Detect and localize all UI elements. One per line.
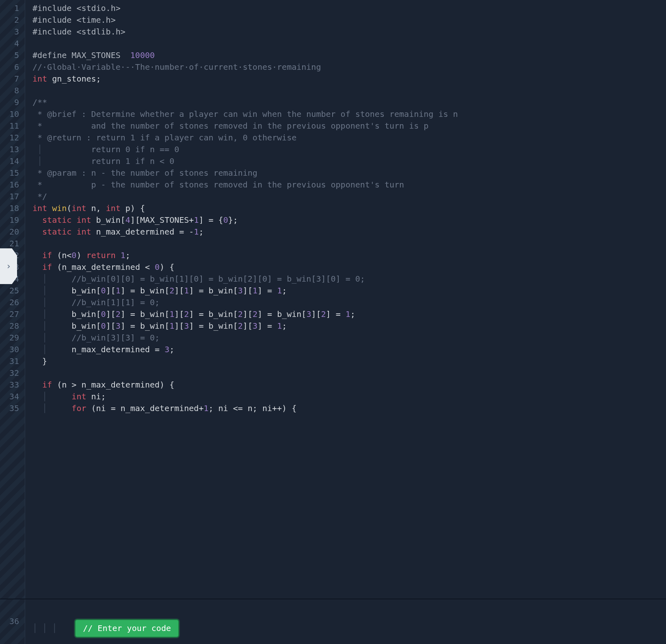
line-number: 8 [0, 85, 25, 97]
code-area[interactable]: #include <stdio.h> #include <time.h> #in… [25, 0, 666, 644]
code-line: │ n_max_determined = 3; [32, 344, 666, 355]
code-line: * @param : n - the number of stones rema… [32, 167, 666, 179]
code-line: if (n<0) return 1; [32, 250, 666, 261]
code-line: │ //b_win[0][0] = b_win[1][0] = b_win[2]… [32, 273, 666, 285]
code-line: if (n > n_max_determined) { [32, 379, 666, 391]
code-line: │ for (ni = n_max_determined+1; ni <= n;… [32, 403, 666, 414]
code-line: static int b_win[4][MAX_STONES+1] = {0}; [32, 214, 666, 226]
code-line [32, 367, 666, 379]
code-input-row: 36 │ │ │ // Enter your code [0, 599, 666, 644]
line-number: 13 [0, 144, 25, 155]
code-input-placeholder[interactable]: // Enter your code [75, 619, 179, 638]
line-number: 11 [0, 120, 25, 132]
code-line [32, 85, 666, 97]
line-number: 30 [0, 344, 25, 355]
expand-panel-handle[interactable]: › [0, 248, 17, 284]
chevron-right-icon: › [6, 260, 11, 273]
code-line: } [32, 355, 666, 367]
line-number: 18 [0, 202, 25, 214]
code-line: /** [32, 97, 666, 108]
code-line: #include <time.h> [32, 14, 666, 26]
line-number: 12 [0, 132, 25, 144]
line-number-gutter: 1 2 3 4 5 6 7 8 9 10 11 12 13 14 15 16 1… [0, 0, 25, 644]
code-line: #include <stdlib.h> [32, 26, 666, 38]
code-line: │ b_win[0][1] = b_win[2][1] = b_win[3][1… [32, 285, 666, 297]
code-line: * and the number of stones removed in th… [32, 120, 666, 132]
input-line-number: 36 [0, 599, 25, 644]
code-line: int gn_stones; [32, 73, 666, 85]
line-number: 7 [0, 73, 25, 85]
line-number: 1 [0, 2, 25, 14]
line-number: 26 [0, 297, 25, 308]
indent-guides: │ │ │ [32, 622, 57, 634]
line-number: 6 [0, 61, 25, 73]
line-number: 10 [0, 108, 25, 120]
code-line: │ b_win[0][2] = b_win[1][2] = b_win[2][2… [32, 308, 666, 320]
line-number: 33 [0, 379, 25, 391]
line-number: 25 [0, 285, 25, 297]
line-number: 21 [0, 238, 25, 250]
code-line: * @brief : Determine whether a player ca… [32, 108, 666, 120]
code-line: */ [32, 191, 666, 202]
code-line: │ //b_win[3][3] = 0; [32, 332, 666, 344]
code-line: │ b_win[0][3] = b_win[1][3] = b_win[2][3… [32, 320, 666, 332]
line-number: 17 [0, 191, 25, 202]
line-number: 14 [0, 155, 25, 167]
line-number: 34 [0, 391, 25, 403]
code-line: * p - the number of stones removed in th… [32, 179, 666, 191]
line-number: 5 [0, 50, 25, 61]
code-line: │ return 0 if n == 0 [32, 144, 666, 155]
line-number: 29 [0, 332, 25, 344]
code-line: │ return 1 if n < 0 [32, 155, 666, 167]
line-number: 16 [0, 179, 25, 191]
code-line: * @return : return 1 if a player can win… [32, 132, 666, 144]
code-line: static int n_max_determined = -1; [32, 226, 666, 238]
line-number: 31 [0, 355, 25, 367]
line-number: 27 [0, 308, 25, 320]
line-number: 4 [0, 38, 25, 50]
code-line: //·Global·Variable·-·The·number·of·curre… [32, 61, 666, 73]
code-line [32, 38, 666, 50]
line-number: 3 [0, 26, 25, 38]
line-number: 19 [0, 214, 25, 226]
code-line: #include <stdio.h> [32, 2, 666, 14]
line-number: 35 [0, 403, 25, 414]
line-number: 28 [0, 320, 25, 332]
line-number: 9 [0, 97, 25, 108]
code-line: if (n_max_determined < 0) { [32, 261, 666, 273]
line-number: 15 [0, 167, 25, 179]
code-line [32, 238, 666, 250]
line-number: 20 [0, 226, 25, 238]
code-line: #define MAX_STONES 10000 [32, 50, 666, 61]
code-line: │ int ni; [32, 391, 666, 403]
code-editor: 1 2 3 4 5 6 7 8 9 10 11 12 13 14 15 16 1… [0, 0, 666, 644]
line-number: 2 [0, 14, 25, 26]
line-number: 32 [0, 367, 25, 379]
code-line: int win(int n, int p) { [32, 202, 666, 214]
code-line: │ //b_win[1][1] = 0; [32, 297, 666, 308]
